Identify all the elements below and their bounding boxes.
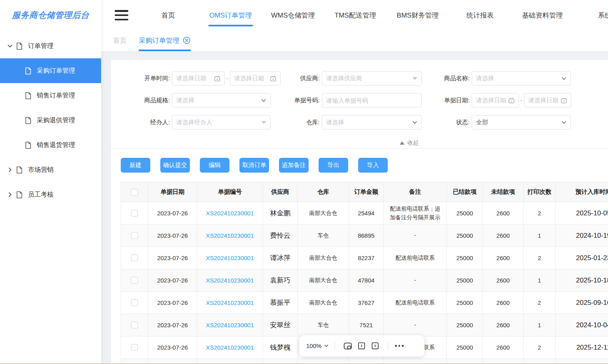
order-no-link[interactable]: XS202410230001 bbox=[206, 255, 254, 261]
order-no-link[interactable]: XS202410230001 bbox=[206, 277, 254, 284]
svg-text:2: 2 bbox=[272, 78, 274, 80]
tab-home[interactable]: 首页 bbox=[113, 30, 127, 51]
open-time-start-datepicker[interactable]: 请选择日期 2 bbox=[172, 71, 225, 86]
open-time-end-datepicker[interactable]: 请选择日期 2 bbox=[230, 71, 281, 86]
cell-settled: 25000 bbox=[447, 269, 483, 292]
nav-item-basic-data[interactable]: 基础资料管理 bbox=[511, 0, 574, 30]
panel-toggle-icon-2[interactable] bbox=[370, 341, 380, 351]
row-checkbox[interactable] bbox=[131, 299, 138, 306]
col-eta: 预计入库时间 bbox=[556, 182, 608, 202]
sidebar-item-purchase-order[interactable]: 采购订单管理 bbox=[0, 58, 101, 83]
cancel-order-button[interactable]: 取消订单 bbox=[239, 158, 269, 173]
cell-remark: - bbox=[384, 225, 447, 247]
nav-item-wms[interactable]: WMS仓储管理 bbox=[262, 0, 324, 30]
collapse-filters-button[interactable]: 收起 bbox=[400, 139, 419, 147]
cell-warehouse: 车仓 bbox=[298, 314, 349, 336]
document-icon bbox=[16, 166, 23, 174]
sidebar-item-order-management[interactable]: 订单管理 bbox=[0, 34, 101, 58]
floating-zoom-toolbar: 100% bbox=[299, 335, 425, 356]
cell-eta: 2025-12-11 bbox=[556, 336, 608, 359]
cell-order-no: XS202410230001 bbox=[197, 336, 263, 359]
product-spec-label: 商品规格: bbox=[127, 97, 170, 104]
append-remark-button[interactable]: 追加备注 bbox=[279, 158, 309, 173]
cell-doc-date: 2023-07-26 bbox=[148, 202, 197, 225]
cell-doc-date: 2023-07-26 bbox=[148, 292, 197, 314]
import-button[interactable]: 导入 bbox=[358, 158, 388, 173]
doc-date-label: 单据日期: bbox=[422, 97, 470, 104]
sidebar-item-sales-return[interactable]: 销售退货管理 bbox=[0, 133, 101, 157]
date-range-separator: - bbox=[226, 75, 228, 82]
cell-unsettled: 2600 bbox=[483, 314, 524, 336]
nav-item-system[interactable]: 系统 bbox=[574, 0, 608, 30]
row-checkbox[interactable] bbox=[131, 210, 138, 217]
cell-checkbox bbox=[121, 202, 148, 225]
export-button[interactable]: 导出 bbox=[319, 158, 348, 173]
table-row: 2023-07-26 XS202410230001 林金鹏 南部大合仓 2549… bbox=[121, 202, 608, 225]
edit-button[interactable]: 编辑 bbox=[200, 158, 229, 173]
order-no-link[interactable]: XS202410230001 bbox=[206, 299, 254, 306]
nav-item-reports[interactable]: 统计报表 bbox=[449, 0, 511, 30]
row-checkbox[interactable] bbox=[131, 322, 138, 328]
sidebar-item-purchase-return[interactable]: 采购退供管理 bbox=[0, 108, 101, 133]
zoom-level-control[interactable]: 100% bbox=[306, 342, 329, 349]
order-no-link[interactable]: XS202410230001 bbox=[206, 232, 254, 239]
doc-date-start-datepicker[interactable]: 请选择日期 2 bbox=[472, 93, 519, 107]
cell-amount: 47804 bbox=[349, 269, 384, 292]
nav-item-bms[interactable]: BMS财务管理 bbox=[387, 0, 449, 30]
zoom-level-value: 100% bbox=[306, 342, 321, 349]
sidebar-item-marketing[interactable]: 市场营销 bbox=[0, 157, 101, 182]
hamburger-menu-icon[interactable] bbox=[115, 10, 128, 20]
confirm-submit-button[interactable]: 确认提交 bbox=[160, 158, 190, 173]
row-checkbox[interactable] bbox=[131, 232, 138, 239]
toolbar-divider bbox=[335, 342, 335, 350]
open-time-label: 开单时间: bbox=[127, 75, 170, 82]
cell-checkbox bbox=[121, 247, 148, 269]
row-checkbox[interactable] bbox=[131, 255, 138, 261]
product-name-select[interactable]: 请选择 bbox=[472, 71, 571, 86]
select-all-checkbox[interactable] bbox=[131, 189, 138, 196]
doc-date-end-datepicker[interactable]: 请选择日期 2 bbox=[524, 93, 571, 107]
cell-amount: 82237 bbox=[349, 247, 384, 269]
nav-item-tms[interactable]: TMS配送管理 bbox=[324, 0, 387, 30]
table-row: 2023-07-26 XS202410230001 安翠丝 车仓 7521 - … bbox=[121, 314, 608, 336]
cell-print-count: 1 bbox=[524, 269, 556, 292]
more-options-icon[interactable] bbox=[395, 345, 404, 347]
sidebar-item-sales-order[interactable]: 销售订单管理 bbox=[0, 83, 101, 108]
chevron-right-icon bbox=[7, 167, 13, 173]
order-no-link[interactable]: XS202410230001 bbox=[206, 322, 254, 328]
sidebar-menu: 订单管理 采购订单管理 销售订单管理 采购退供管理 销售退货管理 bbox=[0, 30, 101, 207]
cell-unsettled: 2600 bbox=[483, 269, 524, 292]
supplier-select[interactable]: 请选择供应商 bbox=[322, 71, 422, 86]
cell-doc-date: 2023-07-26 bbox=[148, 247, 197, 269]
triangle-up-icon bbox=[400, 141, 405, 145]
panel-toggle-icon[interactable] bbox=[356, 341, 367, 351]
nav-item-oms[interactable]: OMS订单管理 bbox=[199, 0, 262, 30]
order-no-link[interactable]: XS202410230001 bbox=[206, 210, 254, 217]
cell-unsettled: 2600 bbox=[483, 202, 524, 225]
nav-item-home[interactable]: 首页 bbox=[137, 0, 199, 30]
order-no-link[interactable]: XS202410230001 bbox=[206, 344, 254, 351]
cell-doc-date: 2023-07-26 bbox=[148, 225, 197, 247]
tab-close-icon[interactable] bbox=[183, 36, 191, 44]
row-checkbox[interactable] bbox=[131, 277, 138, 284]
row-checkbox[interactable] bbox=[131, 344, 138, 351]
order-no-input[interactable] bbox=[322, 93, 422, 107]
agent-select[interactable]: 请选择经办人 bbox=[172, 115, 271, 129]
new-button[interactable]: 新建 bbox=[121, 158, 150, 173]
cell-order-no: XS202410230001 bbox=[197, 314, 263, 336]
status-select[interactable]: 全部 bbox=[472, 115, 571, 129]
col-doc-date: 单据日期 bbox=[148, 182, 197, 202]
picture-in-picture-icon[interactable] bbox=[343, 341, 353, 351]
cell-supplier: 袁新巧 bbox=[263, 269, 298, 292]
tab-purchase-orders[interactable]: 采购订单管理 bbox=[139, 30, 191, 51]
cell-doc-date: 2023-07-26 bbox=[148, 314, 197, 336]
document-icon bbox=[25, 67, 32, 75]
sidebar: 服务商仓储管理后台 订单管理 采购订单管理 销售订单管理 bbox=[0, 0, 101, 364]
cell-amount: 86895 bbox=[349, 225, 384, 247]
product-spec-select[interactable]: 请选择 bbox=[172, 93, 271, 107]
app-logo: 服务商仓储管理后台 bbox=[0, 0, 101, 30]
sidebar-item-staff-assessment[interactable]: 员工考核 bbox=[0, 182, 101, 207]
warehouse-select[interactable]: 请选择 bbox=[322, 115, 422, 129]
caret-down-icon bbox=[261, 121, 266, 124]
calendar-icon: 2 bbox=[270, 76, 276, 82]
